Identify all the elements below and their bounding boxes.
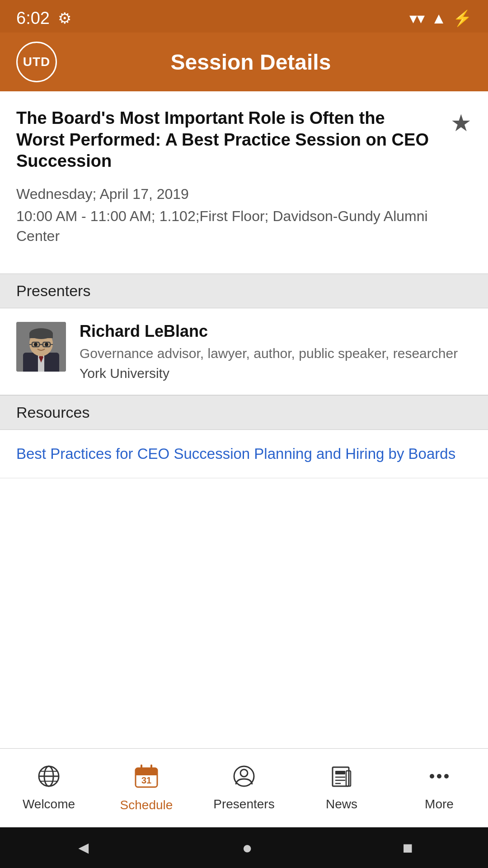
svg-point-12	[34, 343, 38, 346]
svg-rect-21	[136, 772, 157, 775]
session-title-area: The Board's Most Important Role is Often…	[0, 91, 488, 186]
svg-point-13	[45, 343, 48, 346]
presenter-info: Richard LeBlanc Governance advisor, lawy…	[80, 322, 472, 381]
main-content: The Board's Most Important Role is Often…	[0, 91, 488, 748]
session-location: 10:00 AM - 11:00 AM; 1.102;First Floor; …	[16, 206, 472, 247]
resource-link-item[interactable]: Best Practices for CEO Succession Planni…	[0, 430, 488, 478]
person-icon	[232, 764, 256, 793]
calendar-icon: 31	[134, 764, 159, 794]
android-back-button[interactable]: ◄	[75, 838, 92, 858]
resources-section-header: Resources	[0, 395, 488, 430]
wifi-icon: ▾▾	[409, 9, 425, 27]
presenter-avatar	[16, 322, 66, 372]
session-date: Wednesday; April 17, 2019	[16, 186, 472, 203]
signal-icon: ▲	[431, 9, 446, 27]
nav-item-welcome[interactable]: Welcome	[0, 749, 98, 827]
session-title: The Board's Most Important Role is Often…	[16, 108, 437, 172]
bottom-nav: Welcome 31 Schedule Presenters	[0, 748, 488, 827]
gear-icon: ⚙	[58, 9, 71, 27]
presenter-org: York University	[80, 366, 472, 381]
app-header: UTD Session Details	[0, 33, 488, 91]
newspaper-icon	[330, 764, 353, 793]
favorite-star-icon[interactable]: ★	[450, 109, 472, 137]
dots-icon	[427, 764, 451, 793]
globe-icon	[37, 764, 61, 793]
presenter-name: Richard LeBlanc	[80, 322, 472, 341]
nav-item-more[interactable]: More	[390, 749, 488, 827]
presenter-item: Richard LeBlanc Governance advisor, lawy…	[0, 308, 488, 395]
page-title: Session Details	[70, 50, 431, 75]
android-home-button[interactable]: ●	[242, 838, 253, 858]
svg-point-26	[240, 769, 248, 777]
presenters-section-header: Presenters	[0, 274, 488, 308]
nav-label-presenters: Presenters	[213, 797, 274, 811]
nav-item-presenters[interactable]: Presenters	[195, 749, 293, 827]
battery-icon: ⚡	[453, 9, 472, 27]
status-bar-right: ▾▾ ▲ ⚡	[409, 9, 472, 27]
presenter-role: Governance advisor, lawyer, author, publ…	[80, 344, 472, 363]
nav-label-schedule: Schedule	[120, 798, 173, 812]
logo-text: UTD	[23, 55, 51, 69]
svg-point-33	[430, 774, 434, 778]
session-meta: Wednesday; April 17, 2019 10:00 AM - 11:…	[0, 186, 488, 274]
svg-rect-6	[29, 334, 53, 338]
svg-text:31: 31	[141, 775, 151, 785]
resource-link[interactable]: Best Practices for CEO Succession Planni…	[16, 445, 455, 462]
nav-label-welcome: Welcome	[23, 797, 75, 811]
status-bar: 6:02 ⚙ ▾▾ ▲ ⚡	[0, 0, 488, 33]
nav-item-news[interactable]: News	[293, 749, 390, 827]
svg-point-35	[444, 774, 449, 778]
status-bar-left: 6:02 ⚙	[16, 9, 71, 28]
nav-item-schedule[interactable]: 31 Schedule	[98, 749, 195, 827]
svg-point-34	[437, 774, 441, 778]
nav-label-news: News	[326, 797, 357, 811]
android-recent-button[interactable]: ■	[403, 838, 413, 858]
app-logo: UTD	[16, 42, 57, 82]
android-nav-bar: ◄ ● ■	[0, 827, 488, 868]
status-time: 6:02	[16, 9, 50, 28]
nav-label-more: More	[425, 797, 454, 811]
svg-rect-29	[335, 771, 345, 774]
